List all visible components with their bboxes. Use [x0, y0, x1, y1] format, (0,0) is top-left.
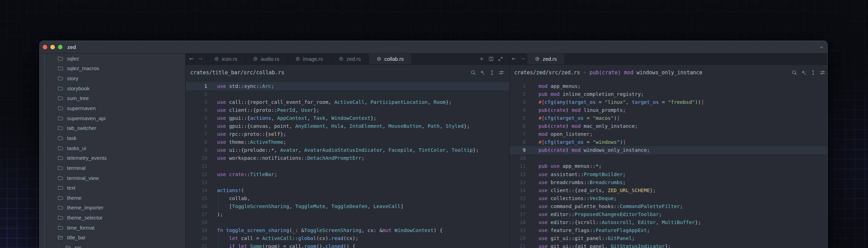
code-line: 4use client::{proto::PeerId, User};	[186, 106, 509, 114]
folder-open-icon	[65, 245, 71, 248]
code-line: 9use ui::{prelude::*, Avatar, AvatarAudi…	[186, 146, 509, 154]
sidebar-item-theme[interactable]: theme	[40, 193, 185, 203]
ibeam-icon[interactable]	[489, 70, 495, 75]
code-line: 20use git_ui::git_panel::GitPanel;	[510, 234, 827, 242]
nav-forward-icon[interactable]: →	[198, 56, 203, 62]
rust-icon	[214, 56, 219, 61]
rust-icon	[376, 56, 382, 61]
code-line: 5#[cfg(target_os = "macos")]	[510, 114, 827, 122]
minimize-button[interactable]	[50, 45, 55, 49]
folder-icon	[58, 165, 63, 171]
folder-icon	[58, 106, 63, 111]
sidebar-item-theme_importer[interactable]: theme_importer	[40, 203, 185, 213]
maximize-icon[interactable]	[498, 56, 503, 61]
plus-icon[interactable]	[479, 56, 484, 61]
split-pane-icon[interactable]	[489, 56, 494, 61]
code-line: 3#[cfg(any(target_os = "linux", target_o…	[510, 98, 827, 106]
zed-window: zed sqlezsqlez_macrosstorystorybooksum_t…	[39, 41, 828, 248]
sparkle-icon[interactable]	[801, 70, 807, 75]
nav-back-icon[interactable]: ←	[511, 56, 516, 62]
sidebar-item-terminal_view[interactable]: terminal_view	[40, 173, 185, 183]
zoom-button[interactable]	[58, 45, 62, 49]
folder-icon	[58, 185, 63, 190]
filter-icon[interactable]	[499, 70, 504, 75]
code-line: 1mod app_menus;	[510, 82, 827, 90]
code-line: 5use gpui::{actions, AppContext, Task, W…	[186, 114, 509, 122]
rust-icon	[253, 56, 258, 61]
sidebar-item-telemetry_events[interactable]: telemetry_events	[40, 153, 185, 163]
tab-zed.rs[interactable]: zed.rs	[527, 53, 565, 64]
sidebar-item-tasks_ui[interactable]: tasks_ui	[40, 143, 185, 153]
code-line: 12use crate::TitleBar;	[186, 171, 509, 179]
sparkle-icon[interactable]	[480, 70, 485, 75]
tab-audio.rs[interactable]: audio.rs	[245, 53, 287, 64]
code-line: 8#[cfg(target_os = "windows")]	[510, 138, 827, 146]
indent-guide	[218, 195, 219, 210]
sidebar-item-storybook[interactable]: storybook	[40, 83, 185, 93]
sidebar-item-sqlez_macros[interactable]: sqlez_macros	[40, 64, 185, 74]
sidebar-item-time_format[interactable]: time_format	[40, 223, 185, 233]
code-line: 14use client::{zed_urls, ZED_URL_SCHEME}…	[510, 187, 827, 195]
editor-buffer[interactable]: 1mod app_menus;2pub mod inline_completio…	[510, 81, 827, 248]
code-line: 11pub use app_menus::*;	[510, 162, 827, 170]
sidebar-item-tab_switcher[interactable]: tab_switcher	[40, 123, 185, 133]
code-line: 13	[186, 179, 509, 187]
sidebar-item-task[interactable]: task	[40, 133, 185, 143]
folder-icon	[58, 116, 63, 121]
code-line: 19use feature_flags::FeatureFlagAppExt;	[510, 226, 827, 234]
breadcrumb[interactable]: crates/zed/src/zed.rs › pub(crate) mod w…	[514, 69, 702, 76]
code-line: 16 [ToggleScreenSharing, ToggleMute, Tog…	[186, 202, 509, 210]
folder-icon	[58, 66, 63, 71]
nav-back-icon[interactable]: ←	[189, 56, 194, 62]
search-icon[interactable]	[470, 70, 476, 75]
sidebar-item-text[interactable]: text	[40, 183, 185, 193]
code-line: 21 if let Some(room) = call.room().clone…	[186, 242, 509, 248]
sidebar-item-sum_tree[interactable]: sum_tree	[40, 93, 185, 104]
folder-icon	[58, 215, 63, 220]
nav-forward-icon[interactable]: →	[520, 56, 525, 62]
sidebar-item-supermaven[interactable]: supermaven	[40, 103, 185, 113]
folder-icon	[58, 135, 63, 141]
tab-collab.rs[interactable]: collab.rs	[369, 53, 412, 64]
folder-icon	[58, 205, 63, 210]
tab-image.rs[interactable]: image.rs	[287, 53, 331, 64]
tab-zed.rs[interactable]: zed.rs	[331, 53, 369, 64]
code-line: 2	[186, 90, 509, 98]
code-line: 10	[510, 154, 827, 162]
code-line: 7mod open_listener;	[510, 130, 827, 138]
code-line: 6pub(crate) mod mac_only_instance;	[510, 122, 827, 130]
editor-buffer[interactable]: 1use std::sync::Arc;23use call::{report_…	[186, 81, 509, 248]
sidebar-item-terminal[interactable]: terminal	[40, 163, 185, 173]
editor-pane-right: ←→zed.rscrates/zed/src/zed.rs › pub(crat…	[510, 53, 827, 248]
filter-icon[interactable]	[820, 70, 825, 75]
sidebar-item-story[interactable]: story	[40, 73, 185, 83]
code-line: 17);	[186, 210, 509, 218]
sidebar-item-src[interactable]: src	[40, 242, 185, 248]
search-icon[interactable]	[792, 70, 797, 75]
code-line: 8use theme::ActiveTheme;	[186, 138, 509, 146]
folder-icon	[58, 76, 63, 81]
sidebar-item-theme_selector[interactable]: theme_selector	[40, 213, 185, 223]
chevron-down-icon[interactable]	[819, 45, 824, 50]
breadcrumb[interactable]: crates/title_bar/src/collab.rs	[190, 69, 284, 76]
code-line: 11	[186, 162, 509, 170]
sidebar-item-title_bar[interactable]: title_bar	[40, 233, 185, 243]
code-line: 4pub(crate) mod linux_prompts;	[510, 106, 827, 114]
tab-icon.rs[interactable]: icon.rs	[206, 53, 245, 64]
code-line: 20 let call = ActiveCall::global(cx).rea…	[186, 234, 509, 242]
code-line: 9pub(crate) mod windows_only_instance;	[510, 146, 827, 154]
sidebar-item-sqlez[interactable]: sqlez	[40, 53, 185, 64]
sidebar-item-supermaven_api[interactable]: supermaven_api	[40, 113, 185, 123]
code-line: 6use gpui::{canvas, point, AnyElement, H…	[186, 122, 509, 130]
code-line: 7use rpc::proto::{self};	[186, 130, 509, 138]
code-line: 3use call::{report_call_event_for_room, …	[186, 98, 509, 106]
close-button[interactable]	[43, 45, 47, 49]
folder-icon	[58, 155, 63, 160]
editor-pane-left: ←→icon.rsaudio.rsimage.rszed.rscollab.rs…	[186, 53, 510, 248]
code-line: 16use command_palette_hooks::CommandPale…	[510, 202, 827, 210]
code-line: 17use editor::ProposedChangesEditorToolb…	[510, 210, 827, 218]
window-titlebar[interactable]: zed	[40, 41, 827, 53]
ibeam-icon[interactable]	[810, 70, 816, 75]
code-line: 12use assistant::PromptBuilder;	[510, 171, 827, 179]
tab-bar: ←→zed.rs	[510, 53, 827, 65]
